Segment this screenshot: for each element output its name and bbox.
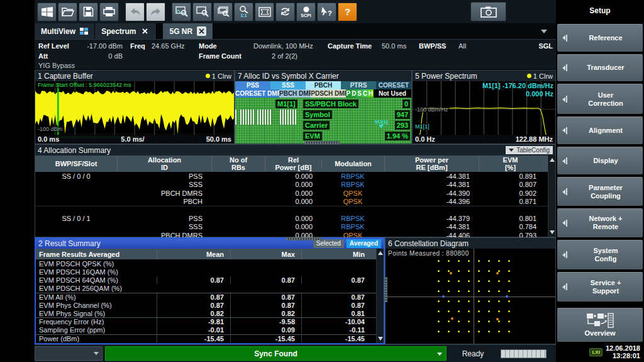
result-row[interactable]: EVM PDSCH 256QAM (%) (36, 285, 376, 293)
screenshot-button[interactable] (470, 2, 506, 21)
scroll-up-arrow[interactable] (377, 250, 384, 256)
power-spectrum-x-axis: 0.0 Hz 122.88 MHz (413, 135, 555, 144)
constellation-point (478, 310, 480, 312)
constellation-point (442, 295, 445, 298)
continue-sweep-button[interactable]: s (275, 3, 295, 21)
marker-name[interactable]: M1[1] (275, 99, 297, 108)
display-frame-button[interactable] (255, 3, 274, 21)
status-time: 13:28:01 (606, 352, 640, 359)
ratio-label: 1:1 (240, 13, 247, 18)
softkey-alignment[interactable]: Alignment (557, 116, 643, 144)
tab-list-dropdown[interactable] (541, 30, 547, 33)
result-row[interactable]: Sampling Error (ppm)-0.010.09-0.11 (36, 326, 376, 334)
softkey-service-support[interactable]: Service + Support (557, 272, 643, 302)
constellation-point (498, 260, 500, 262)
overview-button[interactable]: Overview (557, 308, 643, 342)
constellation-point (448, 270, 450, 272)
selected-tab[interactable]: Selected (313, 239, 344, 248)
zoom-one-to-one-button[interactable]: 1:1 (234, 3, 253, 21)
open-file-button[interactable] (58, 3, 77, 21)
tab-5g-nr-close-button[interactable] (197, 26, 206, 36)
tab-spectrum[interactable]: Spectrum (95, 23, 157, 39)
softkey-parameter-coupling[interactable]: Parameter Coupling (557, 177, 643, 206)
record-dot-icon (303, 6, 309, 13)
tab-spectrum-close-button[interactable] (140, 26, 150, 36)
tab-5g-nr[interactable]: 5G NR (163, 23, 213, 39)
result-value: 0.87 (157, 276, 230, 284)
power-spectrum-title-bar[interactable]: 5 Power Spectrum 1 Clrw (413, 71, 555, 81)
result-scrollbar[interactable] (376, 249, 384, 343)
zoom-multiple-button[interactable] (213, 3, 233, 21)
status-message-dropdown[interactable] (35, 346, 103, 361)
averaged-tab[interactable]: Averaged (347, 239, 381, 248)
context-help-button[interactable]: ? (317, 3, 336, 21)
result-row[interactable]: Power (dBm)-15.45-15.45-15.45 (36, 334, 376, 342)
allocation-summary-title-bar[interactable]: 4 Allocation Summary TableConfig (35, 145, 555, 156)
softkey-display[interactable]: Display (557, 147, 643, 175)
result-row[interactable]: EVM Phys Signal (%)0.820.820.81 (36, 309, 376, 317)
constellation-title-bar[interactable]: 6 Constellation Diagram (386, 238, 555, 249)
allocation-scrollbar[interactable] (548, 156, 555, 237)
softkey-transducer[interactable]: Transducer (557, 54, 643, 82)
scroll-up-arrow[interactable] (549, 157, 555, 163)
undo-button[interactable] (125, 3, 145, 21)
allocation-cell: 0.801 (479, 215, 541, 222)
windows-start-button[interactable] (37, 3, 57, 21)
ref-level-value[interactable]: -17.00 dBm (71, 42, 123, 50)
zoom-screen-button[interactable] (192, 3, 212, 21)
capture-time-value[interactable]: 50.0 ms (382, 42, 406, 50)
frame-count-value: 2 of 2(2) (272, 52, 297, 60)
result-row[interactable]: EVM PDSCH 16QAM (%) (36, 268, 376, 276)
allocation-row[interactable]: PBCH DMRS0.000QPSK-44.3900.902 (35, 189, 548, 198)
capture-buffer-title-bar[interactable]: 1 Capture Buffer 1 Clrw (35, 71, 234, 81)
softkey-user-correction[interactable]: User Correction (557, 84, 643, 114)
freq-value[interactable]: 24.65 GHz (152, 42, 185, 50)
scroll-down-arrow[interactable] (377, 336, 384, 342)
result-row[interactable]: Frequency Error (Hz)-9.81-9.58-10.04 (36, 317, 376, 325)
constellation-point (498, 320, 500, 322)
softkey-network-remote[interactable]: Network + Remote (557, 208, 643, 237)
splitter-handle[interactable] (286, 237, 321, 240)
tab-multiview[interactable]: MultiView (35, 23, 95, 39)
marker-info-row: M1[1] SS/PBCH Block 0 (235, 99, 411, 108)
softkey-system-config[interactable]: System Config (557, 240, 643, 269)
constellation-point (498, 290, 500, 292)
result-row[interactable]: EVM All (%)0.870.870.87 (36, 293, 376, 301)
table-config-button[interactable]: TableConfig (506, 146, 553, 154)
allocation-row[interactable]: SSS0.000RBPSK-44.3810.784 (35, 223, 548, 232)
result-summary-title-bar[interactable]: 2 Result Summary Selected Averaged (36, 239, 384, 249)
x-axis-stop: 122.88 MHz (516, 135, 553, 143)
sync-state-bar[interactable]: Sync Found (105, 346, 447, 361)
status-bar: Sync Found Ready (35, 344, 556, 362)
allocation-cell: 0.000 (265, 223, 321, 230)
redo-button[interactable] (146, 3, 165, 21)
save-button[interactable] (79, 3, 98, 21)
help-button[interactable]: ? (338, 3, 357, 21)
constellation-point (458, 290, 460, 292)
marker-flag[interactable]: M1[1] (375, 120, 388, 128)
alloc-id-title-bar[interactable]: 7 Alloc ID vs Symbol X Carrier (235, 71, 411, 81)
softkey-reference[interactable]: Reference (557, 24, 643, 52)
zoom-signal-button[interactable] (172, 3, 191, 21)
allocation-cell: 0.807 (479, 181, 541, 188)
allocation-row[interactable]: SS / 0 / 1PSS0.000RBPSK-44.3790.801 (35, 214, 548, 223)
scroll-down-arrow[interactable] (549, 229, 555, 235)
help-cursor-icon: ? (321, 6, 333, 17)
marker-m1-label[interactable]: M1[1] (414, 123, 431, 130)
allocation-row[interactable]: PBCH0.000QPSK-44.3960.871 (35, 198, 548, 206)
result-row[interactable]: EVM Phys Channel (%)0.870.870.87 (36, 301, 376, 309)
allocation-cell: PBCH (117, 198, 211, 205)
allocation-row[interactable]: SS / 0 / 0PSS0.000RBPSK-44.3810.891 (35, 172, 548, 181)
mode-value[interactable]: Downlink, 100 MHz (253, 42, 313, 50)
result-row[interactable]: EVM PDSCH 64QAM (%)0.870.870.87 (36, 276, 376, 284)
result-row[interactable]: EVM PDSCH QPSK (%) (36, 259, 376, 268)
bwp-ss-value[interactable]: All (458, 42, 466, 50)
x-axis-stop: 50.0 ms (206, 135, 231, 143)
allocation-row[interactable]: PBCH DMRS0.000QPSK-44.4060.793 (35, 231, 548, 237)
allocation-row[interactable]: SSS0.000RBPSK-44.3810.807 (35, 181, 548, 189)
print-button[interactable] (99, 3, 119, 21)
att-value[interactable]: 0 dB (71, 52, 123, 60)
scpi-recorder-button[interactable]: SCPI (296, 3, 316, 21)
allocation-cell: -44.390 (384, 189, 479, 197)
splitter-handle[interactable] (384, 277, 387, 302)
